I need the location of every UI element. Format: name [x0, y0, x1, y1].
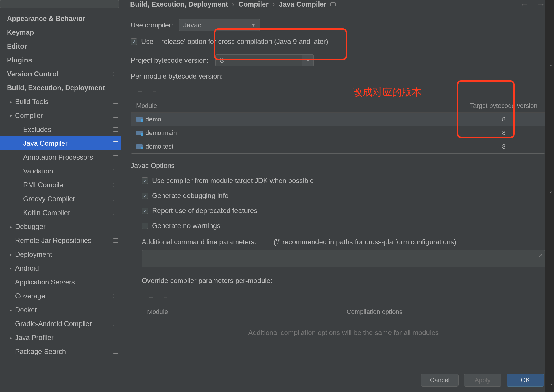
sidebar-item[interactable]: Plugins	[0, 53, 121, 67]
sidebar-item[interactable]: ▸Java Profiler	[0, 331, 121, 345]
chevron-right-icon[interactable]: ▸	[8, 266, 13, 271]
table-row[interactable]: demo.test8	[131, 140, 545, 153]
chevron-right-icon[interactable]: ▸	[8, 99, 13, 105]
breadcrumb-item[interactable]: Build, Execution, Deployment	[130, 0, 228, 8]
sidebar-item[interactable]: RMI Compiler	[0, 178, 121, 192]
add-button[interactable]: ＋	[136, 86, 144, 96]
sidebar-item-label: Excludes	[23, 125, 111, 134]
chevron-right-icon: ›	[232, 0, 234, 8]
sidebar-item[interactable]: Coverage	[0, 289, 121, 303]
sidebar-item[interactable]: Groovy Compiler	[0, 192, 121, 206]
sidebar-item[interactable]: Build, Execution, Deployment	[0, 81, 121, 95]
chevron-down-icon[interactable]: ▾	[8, 113, 13, 119]
module-name: demo.main	[145, 129, 177, 137]
additional-params-hint: ('/' recommended in paths for cross-plat…	[274, 238, 456, 246]
add-button[interactable]: ＋	[147, 292, 155, 302]
sidebar-item[interactable]: Gradle-Android Compiler	[0, 317, 121, 331]
project-scope-icon	[113, 211, 118, 215]
chevron-down-icon: ▼	[306, 58, 310, 63]
sidebar-item-label: Build Tools	[15, 98, 111, 106]
ok-button[interactable]: OK	[507, 374, 544, 387]
cancel-button[interactable]: Cancel	[421, 374, 459, 387]
apply-button[interactable]: Apply	[464, 374, 501, 387]
table-row[interactable]: demo.main8	[131, 126, 545, 140]
opt-debug-info-checkbox[interactable]	[142, 193, 148, 199]
sidebar-item-label: Java Profiler	[15, 334, 118, 342]
remove-button[interactable]: －	[162, 292, 169, 302]
project-bytecode-input[interactable]: 8	[215, 54, 302, 66]
sidebar-item[interactable]: Editor	[0, 39, 121, 53]
project-scope-icon	[113, 100, 118, 104]
sidebar-item[interactable]: Package Search	[0, 345, 121, 358]
additional-params-label: Additional command line parameters:	[142, 238, 256, 246]
sidebar-item-label: Kotlin Compiler	[23, 209, 111, 217]
module-name: demo	[145, 116, 161, 123]
sidebar-item[interactable]: ▸Android	[0, 261, 121, 275]
project-scope-icon	[113, 183, 118, 187]
chevron-down-icon: ⌄	[549, 188, 553, 194]
sidebar-item[interactable]: Java Compiler	[0, 136, 121, 150]
sidebar-item-label: Coverage	[15, 292, 111, 300]
use-compiler-value: Javac	[183, 21, 202, 29]
project-bytecode-label: Project bytecode version:	[131, 56, 208, 64]
sidebar-item[interactable]: ▾Compiler	[0, 109, 121, 123]
bytecode-version-cell[interactable]: 8	[468, 129, 540, 137]
nav-forward-icon[interactable]: →	[537, 0, 545, 9]
module-cell: demo	[136, 116, 468, 123]
sidebar-item[interactable]: Validation	[0, 164, 121, 178]
sidebar-item[interactable]: Excludes	[0, 123, 121, 136]
column-header-module: Module	[147, 308, 341, 316]
project-scope-icon	[113, 294, 118, 298]
sidebar-item[interactable]: Kotlin Compiler	[0, 206, 121, 220]
project-scope-icon	[113, 322, 118, 326]
opt-no-warnings-label: Generate no warnings	[152, 222, 220, 230]
sidebar-item-label: Editor	[7, 42, 118, 50]
project-scope-icon	[113, 127, 118, 132]
sidebar-item[interactable]: Annotation Processors	[0, 150, 121, 164]
javac-options-legend: Javac Options	[131, 162, 178, 170]
opt-deprecated-label: Report use of deprecated features	[152, 207, 257, 215]
sidebar-item[interactable]: Version Control	[0, 67, 121, 81]
sidebar-item-label: Version Control	[7, 70, 111, 78]
use-compiler-select[interactable]: Javac ▼	[179, 19, 260, 31]
chevron-down-icon: ▼	[252, 23, 256, 27]
table-row[interactable]: demo8	[131, 112, 545, 126]
nav-back-icon[interactable]: ←	[520, 0, 529, 9]
sidebar-item[interactable]: ▸Deployment	[0, 247, 121, 261]
editor-gutter: ⌄ ⌄ 1	[545, 0, 554, 392]
sidebar-item-label: Application Servers	[15, 278, 118, 286]
sidebar-item[interactable]: Application Servers	[0, 275, 121, 289]
opt-use-module-jdk-checkbox[interactable]	[142, 177, 148, 184]
release-option-checkbox[interactable]	[131, 38, 137, 45]
project-scope-icon	[113, 238, 118, 243]
sidebar-item[interactable]: Keymap	[0, 25, 121, 39]
release-option-label: Use '--release' option for cross-compila…	[141, 38, 328, 46]
breadcrumb-item[interactable]: Compiler	[239, 0, 269, 8]
bytecode-version-cell[interactable]: 8	[468, 143, 540, 150]
per-module-label: Per-module bytecode version:	[131, 72, 545, 80]
chevron-right-icon[interactable]: ▸	[8, 224, 13, 230]
opt-use-module-jdk-label: Use compiler from module target JDK when…	[152, 177, 314, 185]
opt-no-warnings-checkbox[interactable]	[142, 223, 148, 229]
opt-deprecated-checkbox[interactable]	[142, 208, 148, 214]
bytecode-version-cell[interactable]: 8	[468, 116, 540, 123]
sidebar-item[interactable]: Remote Jar Repositories	[0, 234, 121, 247]
chevron-right-icon[interactable]: ▸	[8, 307, 13, 313]
sidebar-item[interactable]: ▸Docker	[0, 303, 121, 317]
remove-button[interactable]: －	[151, 86, 158, 96]
project-bytecode-dropdown[interactable]: ▼	[302, 54, 314, 66]
project-scope-icon	[113, 155, 118, 159]
column-header-version: Target bytecode version	[468, 102, 540, 110]
project-scope-icon	[113, 72, 118, 76]
sidebar-item[interactable]: Appearance & Behavior	[0, 12, 121, 25]
sidebar-search-input[interactable]	[0, 0, 119, 8]
sidebar-item[interactable]: ▸Debugger	[0, 220, 121, 234]
chevron-right-icon[interactable]: ▸	[8, 335, 13, 341]
chevron-right-icon[interactable]: ▸	[8, 252, 13, 257]
module-cell: demo.main	[136, 129, 468, 137]
additional-params-input[interactable]: ⤢	[142, 250, 545, 267]
line-number: 1	[550, 383, 553, 390]
project-scope-icon	[330, 2, 336, 6]
sidebar-item[interactable]: ▸Build Tools	[0, 95, 121, 109]
expand-icon[interactable]: ⤢	[538, 253, 542, 258]
